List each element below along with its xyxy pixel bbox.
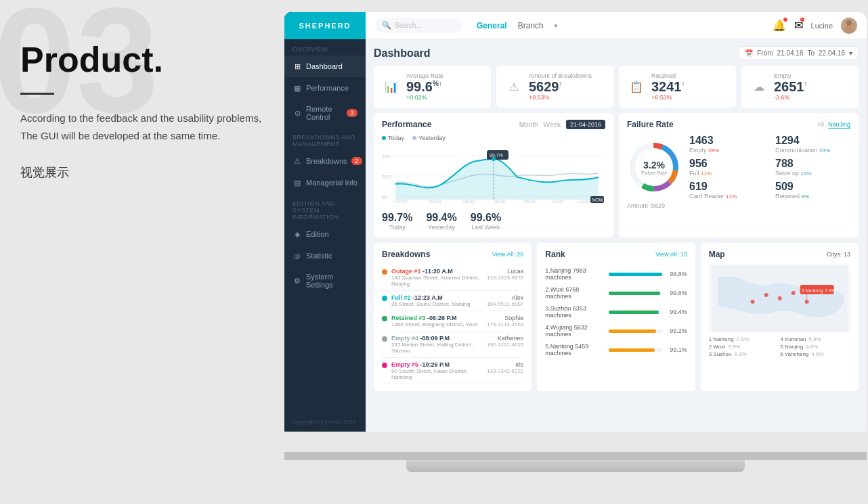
sidebar-item-statistic[interactable]: ◎ Statistic xyxy=(284,245,366,267)
stat-label: Average Rate xyxy=(406,72,443,79)
fail-stat-card: 619 Card Reader 11% xyxy=(689,181,764,200)
map-area: 5.Nantong 7.0% xyxy=(709,265,850,332)
nav-dot xyxy=(555,24,557,27)
svg-text:99: 99 xyxy=(382,195,387,200)
tab-week[interactable]: Week xyxy=(544,121,561,129)
rank-bar-wrap xyxy=(609,311,663,314)
bd-name: Lucas xyxy=(487,268,523,275)
failure-card: Failure Rate All NanJing xyxy=(619,113,859,237)
map-header: Map Citys: 13 xyxy=(709,250,850,259)
svg-text:NOW: NOW xyxy=(592,198,604,202)
date-range[interactable]: 📅 From 21.04.16 To 22.04.16 ▾ xyxy=(739,46,859,60)
fail-stat-comm: 1294 Communication 23% xyxy=(775,135,850,154)
list-item: Empty #5 -10:26 P.M 90 Sourth Street, Ha… xyxy=(382,358,523,384)
stat-info-rate: Average Rate 99.6%↑ +0.02% xyxy=(406,72,443,101)
list-item: Retained #3 -06:26 P.M 1366 Street, Bing… xyxy=(382,311,523,331)
tab-month[interactable]: Month xyxy=(519,121,538,129)
breakdowns-title: Breakdowns xyxy=(382,250,430,259)
list-item: Full #2 -12:23 A.M 26 Street, Gulou Dist… xyxy=(382,291,523,311)
stat-label: Amount of Breakdowns xyxy=(529,72,592,79)
section-breakdowns: Breakdowns and management xyxy=(284,127,366,150)
breakdowns-badge: 2 xyxy=(351,157,362,165)
stat-value: 3241↑ xyxy=(651,79,685,94)
sidebar-item-label: Performance xyxy=(306,84,349,92)
stat-change: +6.53% xyxy=(651,94,685,101)
page-title: Dashboard xyxy=(374,47,431,60)
svg-point-1 xyxy=(844,26,854,33)
rank-item: 4.Wujiang 5632 machines 99.2% xyxy=(545,321,687,340)
sidebar-item-managerial[interactable]: ▤ Managerial Info xyxy=(284,172,366,193)
search-box[interactable]: 🔍 Search... xyxy=(375,18,463,32)
svg-text:100: 100 xyxy=(382,154,390,159)
nav-branch[interactable]: Branch xyxy=(518,21,544,30)
failure-tabs: All NanJing xyxy=(817,121,850,129)
rank-pct: 99.8% xyxy=(667,271,687,277)
bd-dot xyxy=(382,336,387,342)
fail-stat-retained: 509 Retained 9% xyxy=(775,181,850,200)
bd-person: Alex 184-5531-6987 xyxy=(487,294,523,307)
notification-icon[interactable]: 🔔 xyxy=(773,19,786,32)
bd-addr: 1366 Street, Bingjiang District, Wuxi xyxy=(391,321,483,327)
message-icon[interactable]: ✉ xyxy=(794,19,803,32)
copyright: Copyright by Lucine, 2016 xyxy=(284,412,366,432)
rank-pct: 99.2% xyxy=(667,327,687,334)
bd-title: Empty #4 -08:09 P.M xyxy=(391,335,483,342)
sidebar-item-edition[interactable]: ◈ Edition xyxy=(284,223,366,245)
failure-header: Failure Rate All NanJing xyxy=(627,120,850,129)
left-panel: Product. According to the feedback and t… xyxy=(20,41,264,181)
tab-all[interactable]: All xyxy=(817,121,824,129)
macbook-frame: SHEPHERD Overview ⊞ Dashboard ▦ Performa… xyxy=(284,12,867,472)
product-title: Product. xyxy=(20,41,264,79)
sidebar-item-label: Managerial Info xyxy=(306,179,357,187)
rank-label: 4.Wujiang 5632 machines xyxy=(545,324,604,338)
performance-card: Performance Month Week 21-04-2016 Today … xyxy=(374,113,613,237)
fail-val: 788 xyxy=(775,158,850,170)
sidebar-item-performance[interactable]: ▦ Performance xyxy=(284,77,366,99)
tab-nanjing[interactable]: NanJing xyxy=(828,121,850,129)
date-from-label: From xyxy=(757,49,773,57)
rank-pct: 99.6% xyxy=(667,290,687,296)
svg-text:12:00: 12:00 xyxy=(578,199,590,204)
macbook-notch xyxy=(284,452,867,460)
breakdowns-card: Breakdowns View All: 26 Outage #1 -11:20… xyxy=(374,243,531,391)
sidebar-item-settings[interactable]: ⚙ Systerm Settings xyxy=(284,267,366,295)
bd-phone: 139-2342-8122 xyxy=(487,368,523,374)
rank-bar-wrap xyxy=(609,273,663,276)
list-item: Outage #1 -11:20 A.M 143 Xuanwu Street, … xyxy=(382,265,523,291)
fail-label: Retained 9% xyxy=(775,193,850,200)
city-item: 6 Yancheng4.6% xyxy=(780,351,850,357)
donut-label: Failure Rate xyxy=(641,170,667,175)
view-all-breakdowns[interactable]: View All: 26 xyxy=(492,251,523,258)
stat-change: -3.6% xyxy=(774,94,808,101)
perf-stat-yesterday: 99.4% Yesterday xyxy=(426,212,456,231)
bd-title: Full #2 -12:23 A.M xyxy=(391,294,483,301)
stat-breakdowns: ⚠ Amount of Breakdowns 5629↑ +8.53% xyxy=(496,66,613,108)
rank-item: 5.Nantong 5459 machines 99.1% xyxy=(545,340,687,359)
bd-title: Empty #5 -10:26 P.M xyxy=(391,361,483,368)
sidebar-item-breakdowns[interactable]: ⚠ Breakdowns 2 xyxy=(284,150,366,172)
sidebar-item-remote[interactable]: ⊙ Remote Control 3 xyxy=(284,99,366,127)
bd-dot xyxy=(382,316,387,321)
bd-addr: 90 Sourth Street, Haian District, Nanton… xyxy=(391,368,483,380)
rank-label: 5.Nantong 5459 machines xyxy=(545,343,604,357)
bd-phone: 192-1231-4626 xyxy=(487,342,523,348)
date-to-label: To xyxy=(808,49,815,57)
sidebar-item-dashboard[interactable]: ⊞ Dashboard xyxy=(284,55,366,77)
view-all-rank[interactable]: View All: 13 xyxy=(655,251,687,258)
donut-center: 3.2% Failure Rate xyxy=(641,160,667,175)
stat-avg-rate: 📊 Average Rate 99.6%↑ +0.02% xyxy=(374,66,491,108)
svg-text:02:00: 02:00 xyxy=(429,199,441,204)
perf-val: 99.4% xyxy=(426,212,456,224)
svg-point-32 xyxy=(750,300,754,304)
screen: SHEPHERD Overview ⊞ Dashboard ▦ Performa… xyxy=(284,12,867,432)
dashboard-area: Dashboard 📅 From 21.04.16 To 22.04.16 ▾ xyxy=(366,39,867,432)
rank-label: 2.Wuxi 6768 machines xyxy=(545,286,604,300)
svg-point-29 xyxy=(777,296,781,300)
svg-text:10:00: 10:00 xyxy=(551,199,563,204)
bd-addr: 26 Street, Gulou District, Nanjing xyxy=(391,301,483,307)
city-item: 4 Kunshan5.9% xyxy=(780,336,850,342)
nav-general[interactable]: General xyxy=(477,21,507,30)
rank-label: 3.Suzhou 6353 machines xyxy=(545,305,604,319)
fail-val: 1294 xyxy=(775,135,850,147)
stat-icon-emp: ☁ xyxy=(750,77,768,96)
